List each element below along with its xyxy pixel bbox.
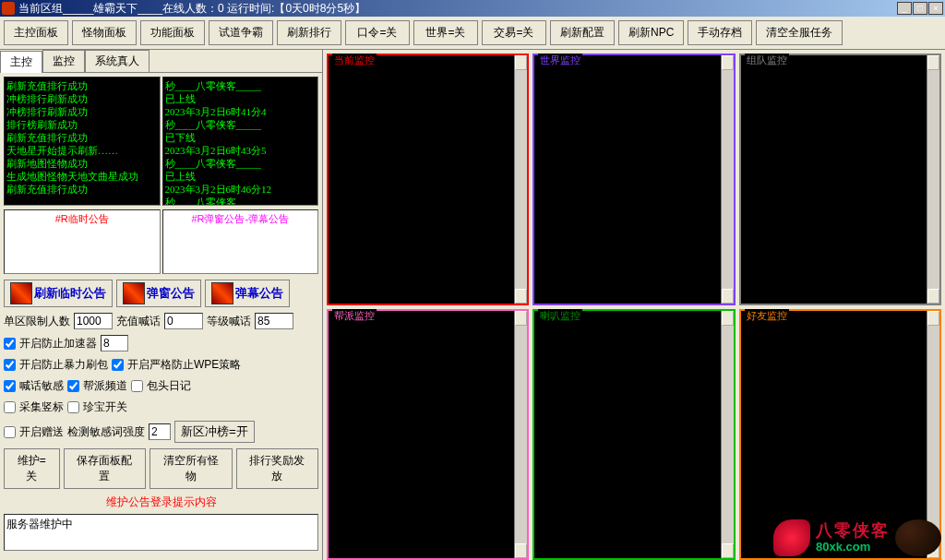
tab-content: 刷新充值排行成功 冲榜排行刷新成功 冲榜排行刷新成功 排行榜刷新成功 刷新充值排…	[0, 73, 322, 560]
clear-mobs-button[interactable]: 清空所有怪物	[150, 448, 232, 489]
scrollbar[interactable]	[927, 311, 939, 559]
tab-main[interactable]: 主控	[0, 51, 42, 73]
scrollbar[interactable]	[514, 55, 527, 304]
minimize-button[interactable]: _	[897, 2, 912, 15]
toolbar-btn-2[interactable]: 功能面板	[140, 20, 205, 45]
anti-violent-checkbox[interactable]: 开启防止暴力刷包	[4, 357, 108, 373]
collect-flag-checkbox[interactable]: 采集竖标	[4, 399, 64, 415]
rank-reward-button[interactable]: 排行奖励发放	[236, 448, 318, 489]
main-toolbar: 主控面板 怪物面板 功能面板 试道争霸 刷新排行 口令=关 世界=关 交易=关 …	[0, 17, 945, 50]
shout-sensitive-checkbox[interactable]: 喊话敏感	[4, 378, 64, 394]
anti-speed-checkbox[interactable]: 开启防止加速器	[4, 336, 97, 351]
baotou-diary-checkbox[interactable]: 包头日记	[131, 378, 191, 394]
toolbar-btn-4[interactable]: 刷新排行	[277, 20, 341, 45]
limit-input[interactable]	[74, 313, 113, 329]
recharge-label: 充值喊话	[116, 314, 161, 329]
toolbar-btn-6[interactable]: 世界=关	[413, 20, 478, 45]
scrollbar[interactable]	[721, 311, 734, 559]
limit-label: 单区限制人数	[4, 314, 70, 329]
toolbar-btn-11[interactable]: 清空全服任务	[756, 20, 843, 45]
level-input[interactable]	[255, 313, 293, 329]
maint-textarea[interactable]	[4, 514, 318, 551]
scrollbar[interactable]	[927, 55, 939, 304]
toolbar-btn-3[interactable]: 试道争霸	[209, 20, 273, 45]
log-right[interactable]: 秒____八零侠客_____ 已上线 2023年3月2日6时41分4 秒____…	[162, 77, 319, 206]
flame-icon	[211, 282, 233, 304]
sensitivity-label: 检测敏感词强度	[67, 424, 145, 440]
titlebar: 当前区组_____雄霸天下____在线人数：0 运行时间:【0天0时8分5秒】 …	[0, 0, 945, 17]
tab-monitor[interactable]: 监控	[42, 50, 85, 72]
flame-icon	[123, 282, 145, 304]
toolbar-btn-7[interactable]: 交易=关	[482, 20, 546, 45]
toolbar-btn-0[interactable]: 主控面板	[4, 20, 68, 45]
monitor-gang: 帮派监控	[327, 309, 529, 561]
popup-announce-box[interactable]: #R弹窗公告-弹幕公告	[162, 209, 319, 274]
flame-icon	[10, 282, 32, 304]
log-left[interactable]: 刷新充值排行成功 冲榜排行刷新成功 冲榜排行刷新成功 排行榜刷新成功 刷新充值排…	[4, 77, 161, 206]
refresh-temp-announce-button[interactable]: 刷新临时公告	[4, 280, 113, 307]
titlebar-text: 当前区组_____雄霸天下____在线人数：0 运行时间:【0天0时8分5秒】	[18, 1, 365, 17]
toolbar-btn-10[interactable]: 手动存档	[688, 20, 752, 45]
level-label: 等级喊话	[207, 314, 251, 329]
newzone-rank-button[interactable]: 新区冲榜=开	[174, 421, 255, 443]
monitor-friend: 好友监控	[739, 309, 941, 561]
sensitivity-input[interactable]	[149, 423, 171, 440]
strict-wpe-checkbox[interactable]: 开启严格防止WPE策略	[112, 357, 241, 373]
left-tabs: 主控 监控 系统真人	[0, 50, 322, 73]
window-controls: _ □ ×	[897, 2, 943, 15]
gang-channel-checkbox[interactable]: 帮派频道	[67, 378, 127, 394]
recharge-input[interactable]	[164, 313, 203, 329]
maint-button[interactable]: 维护=关	[4, 448, 60, 489]
temp-announce-box[interactable]: #R临时公告	[4, 209, 161, 274]
close-button[interactable]: ×	[928, 2, 943, 15]
monitor-current: 当前监控	[327, 54, 529, 305]
tab-system[interactable]: 系统真人	[85, 50, 150, 72]
app-icon	[2, 2, 15, 15]
right-panel: 当前监控 世界监控 组队监控 帮派监控 喇叭监控 好友监控	[323, 50, 945, 560]
scrollbar[interactable]	[514, 311, 527, 559]
toolbar-btn-8[interactable]: 刷新配置	[550, 20, 615, 45]
maint-notice-label: 维护公告登录提示内容	[4, 494, 318, 510]
anti-speed-input[interactable]	[101, 335, 128, 351]
danmu-announce-button[interactable]: 弹幕公告	[205, 280, 290, 307]
left-panel: 主控 监控 系统真人 刷新充值排行成功 冲榜排行刷新成功 冲榜排行刷新成功 排行…	[0, 50, 323, 560]
gift-switch-checkbox[interactable]: 开启赠送	[4, 424, 64, 440]
maximize-button[interactable]: □	[913, 2, 927, 15]
popup-announce-button[interactable]: 弹窗公告	[116, 280, 201, 307]
toolbar-btn-1[interactable]: 怪物面板	[72, 20, 137, 45]
toolbar-btn-9[interactable]: 刷新NPC	[618, 20, 684, 45]
save-panel-button[interactable]: 保存面板配置	[64, 448, 146, 489]
treasure-switch-checkbox[interactable]: 珍宝开关	[67, 399, 127, 415]
scrollbar[interactable]	[721, 55, 734, 304]
monitor-team: 组队监控	[739, 54, 941, 305]
monitor-world: 世界监控	[532, 54, 735, 305]
monitor-speaker: 喇叭监控	[532, 309, 735, 561]
toolbar-btn-5[interactable]: 口令=关	[345, 20, 410, 45]
